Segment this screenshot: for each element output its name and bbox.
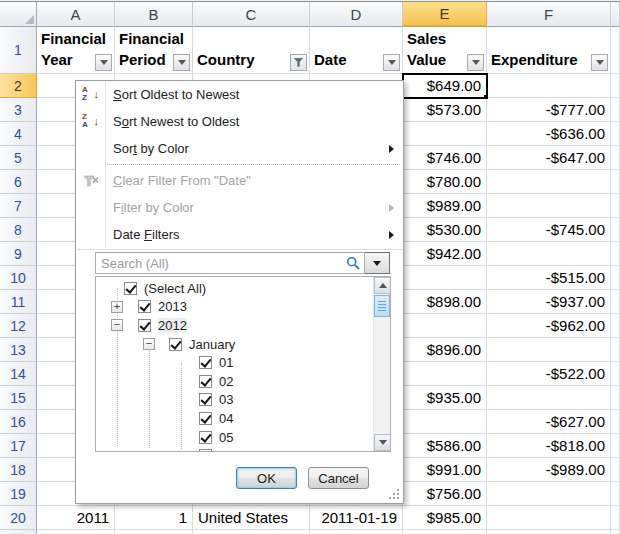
row-header-6[interactable]: 6 xyxy=(0,170,37,194)
vertical-scrollbar[interactable] xyxy=(373,277,390,451)
cell[interactable] xyxy=(403,410,487,434)
row-header-19[interactable]: 19 xyxy=(0,482,37,506)
cell[interactable] xyxy=(487,506,611,530)
cell[interactable]: $530.00 xyxy=(403,218,487,242)
header-cell-sales-value[interactable]: SalesValue xyxy=(403,27,487,74)
tree-item-label[interactable]: 05 xyxy=(219,430,233,445)
search-dropdown-button[interactable] xyxy=(365,252,390,274)
filter-dropdown-button[interactable] xyxy=(95,54,112,71)
cell[interactable]: $746.00 xyxy=(403,146,487,170)
row-header-partial[interactable] xyxy=(0,530,37,534)
checkbox[interactable] xyxy=(199,356,212,369)
filter-dropdown-button[interactable] xyxy=(173,54,190,71)
cell[interactable]: 2011-01-19 xyxy=(310,506,403,530)
tree-item-label[interactable]: 04 xyxy=(219,411,233,426)
cancel-button[interactable]: Cancel xyxy=(308,467,369,489)
cell[interactable] xyxy=(37,530,115,534)
cell[interactable]: -$937.00 xyxy=(487,290,611,314)
cell[interactable]: 2011 xyxy=(37,506,115,530)
header-cell-financial-year[interactable]: FinancialYear xyxy=(37,27,115,74)
cell[interactable]: $989.00 xyxy=(403,194,487,218)
cell[interactable]: $896.00 xyxy=(403,338,487,362)
column-header-C[interactable]: C xyxy=(193,2,310,27)
resize-grip[interactable] xyxy=(389,489,400,500)
column-header-B[interactable]: B xyxy=(115,2,193,27)
row-header-1[interactable]: 1 xyxy=(0,27,37,74)
tree-item-label[interactable]: (Select All) xyxy=(144,281,206,296)
row-header-9[interactable]: 9 xyxy=(0,242,37,266)
row-header-16[interactable]: 16 xyxy=(0,410,37,434)
tree-item-label[interactable]: 02 xyxy=(219,374,233,389)
cell[interactable]: -$522.00 xyxy=(487,362,611,386)
minus-expander-icon[interactable]: − xyxy=(143,338,155,350)
cell[interactable]: 1 xyxy=(115,506,193,530)
filter-dropdown-button[interactable] xyxy=(467,54,484,71)
tree-item-label[interactable]: January xyxy=(189,337,235,352)
menu-item-clear-filter[interactable]: Clear Filter From "Date" xyxy=(76,167,403,194)
filter-applied-button[interactable] xyxy=(290,54,307,71)
menu-item-sort-newest-to-oldest[interactable]: ZA↓ Sort Newest to Oldest xyxy=(76,108,403,135)
ok-button[interactable]: OK xyxy=(236,467,297,489)
row-header-13[interactable]: 13 xyxy=(0,338,37,362)
column-header-E[interactable]: E xyxy=(403,2,487,27)
scroll-down-button[interactable] xyxy=(374,434,391,451)
cell[interactable] xyxy=(403,362,487,386)
cell[interactable]: -$745.00 xyxy=(487,218,611,242)
cell[interactable]: -$627.00 xyxy=(487,410,611,434)
cell[interactable]: $898.00 xyxy=(403,290,487,314)
cell[interactable] xyxy=(403,530,487,534)
cell[interactable]: United States xyxy=(193,506,310,530)
column-header-A[interactable]: A xyxy=(37,2,115,27)
cell[interactable]: $649.00 xyxy=(403,74,487,98)
cell[interactable]: $756.00 xyxy=(403,482,487,506)
cell[interactable] xyxy=(487,482,611,506)
row-header-20[interactable]: 20 xyxy=(0,506,37,530)
menu-item-sort-oldest-to-newest[interactable]: AZ↓ Sort Oldest to Newest xyxy=(76,81,403,108)
tree-item-label[interactable]: 01 xyxy=(219,355,233,370)
cell[interactable] xyxy=(310,530,403,534)
column-header-D[interactable]: D xyxy=(310,2,403,27)
scroll-up-button[interactable] xyxy=(374,277,391,294)
row-header-15[interactable]: 15 xyxy=(0,386,37,410)
menu-item-date-filters[interactable]: Date Filters xyxy=(76,221,403,248)
cell[interactable]: $942.00 xyxy=(403,242,487,266)
header-cell-expenditure[interactable]: Expenditure xyxy=(487,27,611,74)
plus-expander-icon[interactable]: + xyxy=(111,301,123,313)
row-header-4[interactable]: 4 xyxy=(0,122,37,146)
cell[interactable]: -$989.00 xyxy=(487,458,611,482)
cell[interactable]: -$962.00 xyxy=(487,314,611,338)
checkbox[interactable] xyxy=(199,449,212,451)
header-cell-date[interactable]: Date xyxy=(310,27,403,74)
row-header-17[interactable]: 17 xyxy=(0,434,37,458)
row-header-12[interactable]: 12 xyxy=(0,314,37,338)
header-cell-country[interactable]: Country xyxy=(193,27,310,74)
row-header-11[interactable]: 11 xyxy=(0,290,37,314)
checkbox[interactable] xyxy=(199,375,212,388)
checkbox[interactable] xyxy=(169,338,182,351)
row-header-14[interactable]: 14 xyxy=(0,362,37,386)
tree-item-label[interactable]: 2013 xyxy=(158,299,187,314)
cell[interactable]: $780.00 xyxy=(403,170,487,194)
checkbox[interactable] xyxy=(199,431,212,444)
row-header-7[interactable]: 7 xyxy=(0,194,37,218)
select-all-corner[interactable] xyxy=(0,2,37,27)
cell[interactable]: $573.00 xyxy=(403,98,487,122)
cell[interactable] xyxy=(115,530,193,534)
cell[interactable] xyxy=(487,242,611,266)
cell[interactable]: -$818.00 xyxy=(487,434,611,458)
menu-item-filter-by-color[interactable]: Filter by Color xyxy=(76,194,403,221)
cell[interactable]: -$636.00 xyxy=(487,122,611,146)
cell[interactable] xyxy=(193,530,310,534)
search-input[interactable] xyxy=(95,252,365,274)
header-cell-financial-period[interactable]: FinancialPeriod xyxy=(115,27,193,74)
tree-item-label[interactable]: 2012 xyxy=(158,318,187,333)
cell[interactable]: $991.00 xyxy=(403,458,487,482)
cell[interactable] xyxy=(487,338,611,362)
cell[interactable] xyxy=(487,530,611,534)
filter-dropdown-button[interactable] xyxy=(591,54,608,71)
tree-item-label[interactable]: 03 xyxy=(219,392,233,407)
cell[interactable] xyxy=(487,170,611,194)
fill-handle[interactable] xyxy=(483,94,487,98)
cell[interactable] xyxy=(403,266,487,290)
cell[interactable]: -$647.00 xyxy=(487,146,611,170)
